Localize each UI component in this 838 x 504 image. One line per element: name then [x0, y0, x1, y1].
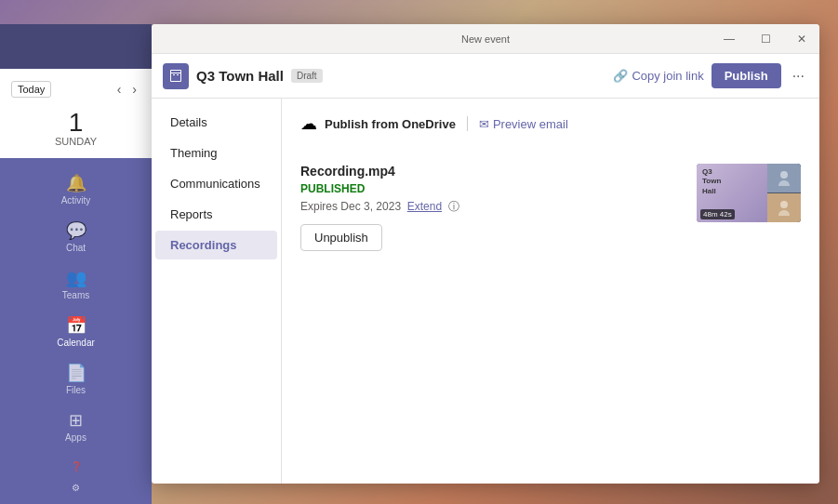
copy-join-link-button[interactable]: 🔗 Copy join link	[613, 69, 703, 83]
published-status: PUBLISHED	[300, 182, 682, 195]
recording-title: Recording.mp4	[300, 164, 682, 179]
person-bottom-icon	[777, 199, 791, 218]
day-name: Sunday	[11, 136, 140, 147]
sidebar-item-activity-label: Activity	[61, 195, 91, 206]
event-title: Q3 Town Hall	[196, 68, 284, 84]
thumbnail-duration: 48m 42s	[700, 209, 735, 219]
files-icon: 📄	[66, 363, 86, 383]
thumbnail-right	[767, 164, 801, 222]
sidebar-item-files[interactable]: 📄 Files	[0, 355, 152, 403]
sidebar-item-teams-label: Teams	[62, 290, 89, 300]
activity-icon: 🔔	[66, 173, 86, 193]
extend-link[interactable]: Extend	[407, 200, 442, 213]
window-header: Q3 Town Hall Draft 🔗 Copy join link Publ…	[152, 54, 819, 99]
nav-item-theming[interactable]: Theming	[155, 139, 277, 167]
info-icon[interactable]: ⓘ	[448, 200, 459, 213]
unpublish-button[interactable]: Unpublish	[300, 224, 382, 251]
sidebar-item-chat-label: Chat	[66, 243, 86, 253]
separator	[467, 116, 468, 131]
sidebar-item-teams[interactable]: 👥 Teams	[0, 260, 152, 308]
sidebar-item-apps[interactable]: ⊞ Apps	[0, 403, 152, 450]
link-icon: 🔗	[613, 69, 628, 83]
person-top-icon	[777, 169, 791, 188]
calendar-event-icon	[168, 69, 183, 84]
sidebar-header	[0, 24, 152, 69]
preview-email-link[interactable]: ✉ Preview email	[479, 117, 568, 131]
sidebar-item-chat[interactable]: 💬 Chat	[0, 213, 152, 260]
publish-button[interactable]: Publish	[712, 63, 781, 88]
recording-card: Recording.mp4 PUBLISHED Expires Dec 3, 2…	[300, 153, 801, 262]
settings-button[interactable]: ⚙	[68, 479, 84, 497]
minimize-button[interactable]: —	[718, 29, 740, 49]
publish-from-label: Publish from OneDrive	[325, 117, 456, 131]
email-icon: ✉	[479, 117, 489, 131]
sidebar-item-activity[interactable]: 🔔 Activity	[0, 166, 152, 213]
next-month-button[interactable]: ›	[128, 80, 140, 99]
nav-item-details[interactable]: Details	[155, 108, 277, 137]
chat-icon: 💬	[66, 220, 86, 241]
sidebar-bottom: ❓ ⚙	[0, 458, 152, 504]
today-button[interactable]: Today	[11, 81, 51, 98]
sidebar-nav: 🔔 Activity 💬 Chat 👥 Teams 📅 Calendar 📄 F…	[0, 158, 152, 450]
nav-item-recordings[interactable]: Recordings	[155, 231, 277, 259]
window-body: Details Theming Communications Reports R…	[152, 99, 819, 484]
draft-badge: Draft	[291, 69, 323, 83]
teams-icon: 👥	[66, 268, 86, 288]
recording-thumbnail: Q3TownHall	[697, 164, 801, 222]
calendar-nav: Today ‹ ›	[7, 76, 144, 106]
nav-item-communications[interactable]: Communications	[155, 169, 277, 198]
main-content: ☁ Publish from OneDrive ✉ Preview email …	[282, 99, 819, 484]
left-nav: Details Theming Communications Reports R…	[152, 99, 282, 484]
publish-header: ☁ Publish from OneDrive ✉ Preview email	[300, 113, 801, 134]
sidebar-item-files-label: Files	[66, 385, 86, 395]
mini-calendar: Today ‹ › 1 Sunday	[0, 69, 152, 158]
prev-month-button[interactable]: ‹	[113, 80, 126, 99]
recording-info: Recording.mp4 PUBLISHED Expires Dec 3, 2…	[300, 164, 682, 251]
svg-point-0	[780, 171, 788, 179]
thumbnail-person-top	[767, 164, 801, 193]
calendar-icon: 📅	[66, 315, 86, 336]
sidebar-item-apps-label: Apps	[65, 432, 86, 443]
onedrive-icon: ☁	[300, 113, 317, 134]
expires-text: Expires Dec 3, 2023 Extend ⓘ	[300, 199, 682, 215]
day-number: 1	[11, 110, 140, 136]
close-button[interactable]: ✕	[791, 29, 812, 49]
thumbnail-title: Q3TownHall	[702, 167, 762, 196]
apps-icon: ⊞	[69, 410, 83, 431]
title-bar: New event — ☐ ✕	[152, 24, 819, 54]
svg-point-1	[780, 201, 788, 208]
day-display: 1 Sunday	[7, 106, 144, 151]
sidebar: Today ‹ › 1 Sunday 🔔 Activity 💬 Chat 👥 T…	[0, 24, 152, 504]
thumbnail-person-bottom	[767, 193, 801, 222]
main-window: New event — ☐ ✕ Q3 Town Hall Draft 🔗 Cop…	[152, 24, 819, 484]
sidebar-item-calendar-label: Calendar	[57, 338, 95, 348]
header-actions: 🔗 Copy join link Publish ···	[613, 63, 808, 88]
window-controls: — ☐ ✕	[718, 29, 812, 49]
sidebar-item-calendar[interactable]: 📅 Calendar	[0, 308, 152, 355]
help-button[interactable]: ❓	[67, 458, 86, 475]
nav-item-reports[interactable]: Reports	[155, 200, 277, 229]
maximize-button[interactable]: ☐	[755, 29, 777, 49]
window-title: New event	[461, 33, 510, 45]
event-icon	[163, 63, 189, 89]
more-options-button[interactable]: ···	[789, 64, 808, 88]
